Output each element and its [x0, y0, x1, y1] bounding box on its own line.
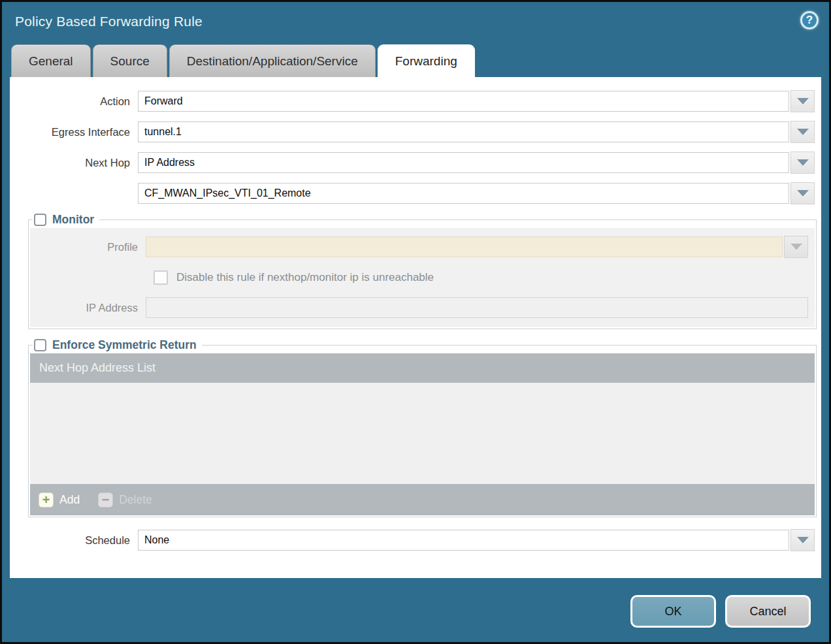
add-button-label: Add — [59, 493, 80, 507]
chevron-down-icon — [797, 129, 809, 135]
egress-interface-dropdown-button[interactable] — [790, 121, 815, 143]
action-row: Action Forward — [10, 90, 821, 112]
action-label: Action — [10, 95, 138, 108]
action-select[interactable]: Forward — [138, 91, 789, 112]
forwarding-tab-panel: Action Forward Egress Interface tunnel.1… — [10, 77, 821, 578]
monitor-ip-address-row: IP Address — [30, 297, 815, 318]
next-hop-address-select[interactable]: CF_MWAN_IPsec_VTI_01_Remote — [138, 183, 789, 204]
chevron-down-icon — [797, 98, 809, 105]
action-dropdown-button[interactable] — [790, 90, 815, 112]
profile-row: Profile — [30, 236, 815, 258]
ok-button[interactable]: OK — [630, 595, 716, 628]
schedule-select[interactable]: None — [138, 530, 789, 551]
help-icon[interactable]: ? — [800, 11, 819, 29]
next-hop-type-select[interactable]: IP Address — [138, 152, 789, 173]
enforce-symmetric-return-legend-label: Enforce Symmetric Return — [52, 338, 197, 352]
tab-forwarding[interactable]: Forwarding — [378, 44, 475, 77]
monitor-ip-address-label: IP Address — [30, 302, 146, 314]
add-button[interactable]: + Add — [39, 492, 80, 507]
monitor-checkbox[interactable] — [34, 214, 46, 226]
schedule-label: Schedule — [10, 534, 138, 547]
next-hop-row: Next Hop IP Address — [10, 152, 821, 174]
delete-icon: − — [98, 492, 113, 507]
dialog-footer: OK Cancel — [2, 578, 829, 628]
egress-interface-row: Egress Interface tunnel.1 — [10, 121, 821, 143]
next-hop-address-table: Next Hop Address List + Add − Delete — [30, 353, 815, 515]
egress-interface-select[interactable]: tunnel.1 — [138, 121, 789, 142]
next-hop-address-dropdown-button[interactable] — [790, 182, 815, 204]
next-hop-address-list-toolbar: + Add − Delete — [30, 484, 815, 515]
tab-destination-application-service[interactable]: Destination/Application/Service — [169, 44, 376, 77]
next-hop-label: Next Hop — [10, 157, 138, 169]
monitor-legend: Monitor — [33, 213, 99, 227]
tab-bar: General Source Destination/Application/S… — [2, 43, 829, 77]
monitor-ip-address-input — [146, 297, 808, 318]
enforce-symmetric-return-fieldset: Enforce Symmetric Return Next Hop Addres… — [28, 338, 817, 517]
tab-source[interactable]: Source — [93, 44, 167, 77]
dialog-titlebar: Policy Based Forwarding Rule ? — [2, 2, 829, 43]
profile-label: Profile — [30, 241, 146, 253]
chevron-down-icon — [797, 190, 809, 197]
enforce-symmetric-return-checkbox[interactable] — [34, 339, 46, 351]
monitor-panel: Profile Disable this rule if nexthop/mon… — [30, 228, 815, 327]
chevron-down-icon — [790, 244, 802, 250]
monitor-legend-label: Monitor — [52, 213, 94, 227]
disable-rule-label: Disable this rule if nexthop/monitor ip … — [176, 271, 434, 284]
next-hop-address-list-header: Next Hop Address List — [30, 353, 815, 383]
chevron-down-icon — [797, 537, 809, 543]
cancel-button[interactable]: Cancel — [725, 595, 811, 628]
chevron-down-icon — [797, 159, 809, 166]
dialog-title: Policy Based Forwarding Rule — [15, 14, 203, 29]
delete-button: − Delete — [98, 492, 152, 507]
next-hop-dropdown-button[interactable] — [790, 152, 815, 174]
next-hop-address-list-body[interactable] — [30, 383, 815, 484]
tab-general[interactable]: General — [11, 44, 91, 77]
add-icon: + — [39, 492, 54, 507]
enforce-symmetric-return-legend: Enforce Symmetric Return — [33, 338, 202, 352]
profile-dropdown-button — [784, 236, 808, 258]
disable-rule-row: Disable this rule if nexthop/monitor ip … — [154, 268, 815, 287]
disable-rule-checkbox — [154, 270, 168, 285]
next-hop-address-row: CF_MWAN_IPsec_VTI_01_Remote — [10, 182, 821, 204]
schedule-dropdown-button[interactable] — [790, 529, 815, 551]
profile-select — [146, 236, 783, 257]
schedule-row: Schedule None — [10, 529, 821, 551]
delete-button-label: Delete — [119, 493, 152, 507]
egress-interface-label: Egress Interface — [10, 126, 138, 138]
monitor-fieldset: Monitor Profile Disable this rule if nex… — [28, 213, 817, 329]
